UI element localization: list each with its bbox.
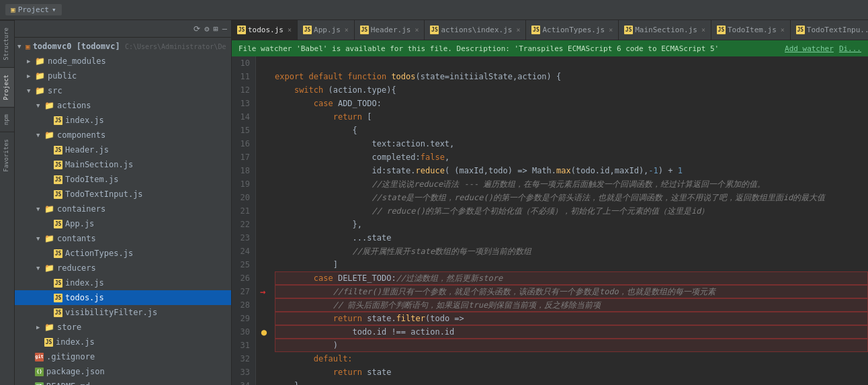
token-12 (275, 85, 294, 95)
left-tab-structure[interactable]: Structure (0, 20, 14, 67)
tree-item-reducers-index[interactable]: JSindex.js (15, 275, 231, 290)
gutter-cell-23 (256, 231, 272, 245)
gutter-cell-14 (256, 110, 272, 124)
tree-arrow-public: ▶ (27, 73, 35, 79)
code-editor: 1011121314151617181920212223242526272829… (232, 56, 868, 385)
tab-todotextinput[interactable]: JSTodoTextInpu...× (791, 20, 868, 40)
tree-label-actions-index: index.js (65, 116, 104, 125)
tree-item-header-js[interactable]: JSHeader.js (15, 142, 231, 157)
tab-app-js[interactable]: JSApp.js× (298, 20, 355, 40)
collapse-icon[interactable]: — (222, 24, 227, 34)
line-number-31: 31 (237, 339, 250, 352)
tab-close-header-js[interactable]: × (415, 26, 419, 34)
tree-label-todoitem-js: TodoItem.js (65, 175, 118, 184)
code-line-32: default: (275, 352, 868, 366)
code-line-15: { (275, 124, 868, 137)
tree-item-actions-index[interactable]: JSindex.js (15, 113, 231, 128)
tree-arrow-actions: ▼ (36, 102, 44, 109)
line-number-14: 14 (237, 110, 250, 124)
token-20: //state是一个数组，reduce()的第一个参数是个箭头语法，也就是个回调… (275, 193, 825, 202)
tree-item-readme[interactable]: MDREADME.md (15, 379, 231, 385)
tab-header-js[interactable]: JSHeader.js× (355, 20, 425, 40)
token-29: return (333, 314, 367, 323)
line-number-24: 24 (237, 245, 250, 258)
tab-close-actions-index-js[interactable]: × (516, 26, 520, 34)
left-tab-project[interactable]: Project (0, 67, 14, 107)
tab-close-app-js[interactable]: × (345, 26, 349, 34)
tree-item-todotextinput-js[interactable]: JSTodoTextInput.js (15, 187, 231, 202)
tree-item-visibilityfilter[interactable]: JSvisibilityFilter.js (15, 305, 231, 320)
left-tab-strip: Structure Project npm Favorites (0, 20, 15, 385)
gutter-cell-31 (256, 339, 272, 352)
dropdown-arrow: ▾ (52, 5, 56, 14)
tree-item-todoitem-js[interactable]: JSTodoItem.js (15, 172, 231, 187)
code-tab-bar: JStodos.js×JSApp.js×JSHeader.js×JSaction… (232, 20, 868, 40)
tree-item-src[interactable]: ▼📁src (15, 83, 231, 98)
tree-label-src-index: index.js (56, 337, 95, 347)
tab-label-todos-js: todos.js (248, 26, 284, 34)
project-dropdown[interactable]: ▣ Project ▾ (5, 4, 62, 15)
line-number-20: 20 (237, 191, 250, 204)
token-14: [ (367, 112, 372, 122)
tree-item-todomvc0[interactable]: ▼▣todomvc0 [todomvc] C:\Users\Administra… (15, 39, 231, 54)
tree-label-mainsection-js: MainSection.js (65, 160, 133, 169)
token-29: filter (396, 314, 425, 323)
add-watcher-link[interactable]: Add watcher (785, 44, 834, 53)
tree-item-app-js[interactable]: JSApp.js (15, 216, 231, 231)
tab-mainsection-js[interactable]: JSMainSection.js× (619, 20, 711, 40)
line-number-34: 34 (237, 379, 250, 385)
tree-item-gitignore[interactable]: git.gitignore (15, 349, 231, 364)
project-tree: ▼▣todomvc0 [todomvc] C:\Users\Administra… (15, 38, 231, 385)
left-tab-npm[interactable]: npm (0, 107, 14, 132)
code-line-14: return [ (275, 110, 868, 124)
token-18: reduce (416, 166, 445, 175)
code-line-26: case DELETE_TODO://过滤数组，然后更新store (275, 271, 868, 285)
tree-label-visibilityfilter: visibilityFilter.js (65, 308, 157, 317)
left-tab-favorites[interactable]: Favorites (0, 132, 14, 179)
tab-close-actiontypes-js[interactable]: × (609, 26, 613, 34)
tree-arrow-store: ▶ (36, 324, 44, 331)
tree-label-actiontypes-js: ActionTypes.js (65, 249, 133, 258)
sidebar-toolbar: ⟳ ⚙ ⊞ — (15, 20, 231, 38)
tree-item-contants[interactable]: ▼📁contants (15, 231, 231, 246)
tree-item-containers[interactable]: ▼📁containers (15, 202, 231, 216)
gutter-cell-29 (256, 312, 272, 325)
tree-item-mainsection-js[interactable]: JSMainSection.js (15, 157, 231, 172)
tree-arrow-contants: ▼ (36, 235, 44, 242)
code-line-27: → //filter()里面只有一个参数，就是个箭头函数，该函数只有一个参数是t… (275, 285, 868, 298)
tab-close-todos-js[interactable]: × (288, 26, 292, 34)
tab-close-todoitem-js[interactable]: × (781, 26, 785, 34)
tree-item-package-json[interactable]: {}package.json (15, 364, 231, 379)
tab-todoitem-js[interactable]: JSTodoItem.js× (711, 20, 791, 40)
sync-icon[interactable]: ⟳ (193, 24, 200, 34)
tab-close-mainsection-js[interactable]: × (701, 26, 705, 34)
gutter-cell-13 (256, 97, 272, 110)
tree-item-actiontypes-js[interactable]: JSActionTypes.js (15, 246, 231, 261)
line-number-15: 15 (237, 124, 250, 137)
tree-item-todos-js[interactable]: JStodos.js (15, 290, 231, 305)
code-line-28: // 箭头后面那个判断语句，如果返回true则保留当前项，反之移除当前项 (275, 298, 868, 312)
dismiss-link[interactable]: Di... (839, 44, 861, 53)
tree-item-src-index[interactable]: JSindex.js (15, 335, 231, 349)
gear-icon[interactable]: ⚙ (204, 24, 209, 34)
expand-icon[interactable]: ⊞ (214, 24, 218, 34)
tree-item-actions[interactable]: ▼📁actions (15, 98, 231, 113)
tab-actiontypes-js[interactable]: JSActionTypes.js× (526, 20, 619, 40)
token-29 (275, 314, 333, 323)
tree-label-contants: contants (57, 234, 96, 243)
tree-item-store[interactable]: ▶📁store (15, 320, 231, 335)
code-line-16: text:action.text, (275, 137, 868, 151)
tree-label-store: store (57, 323, 81, 332)
token-11: todos (391, 72, 415, 81)
tree-item-components[interactable]: ▼📁components (15, 128, 231, 142)
tab-todos-js[interactable]: JStodos.js× (232, 20, 298, 40)
code-line-12: switch (action.type){ (275, 83, 868, 97)
tree-item-reducers[interactable]: ▼📁reducers (15, 261, 231, 275)
tab-actions-index-js[interactable]: JSactions\index.js× (425, 20, 526, 40)
tree-item-public[interactable]: ▶📁public (15, 69, 231, 83)
tab-label-actiontypes-js: ActionTypes.js (542, 26, 605, 34)
token-26: DELETE_TODO: (338, 273, 396, 283)
tab-label-todoitem-js: TodoItem.js (728, 26, 777, 34)
gutter-cell-24 (256, 245, 272, 258)
tree-item-node_modules[interactable]: ▶📁node_modules (15, 54, 231, 69)
